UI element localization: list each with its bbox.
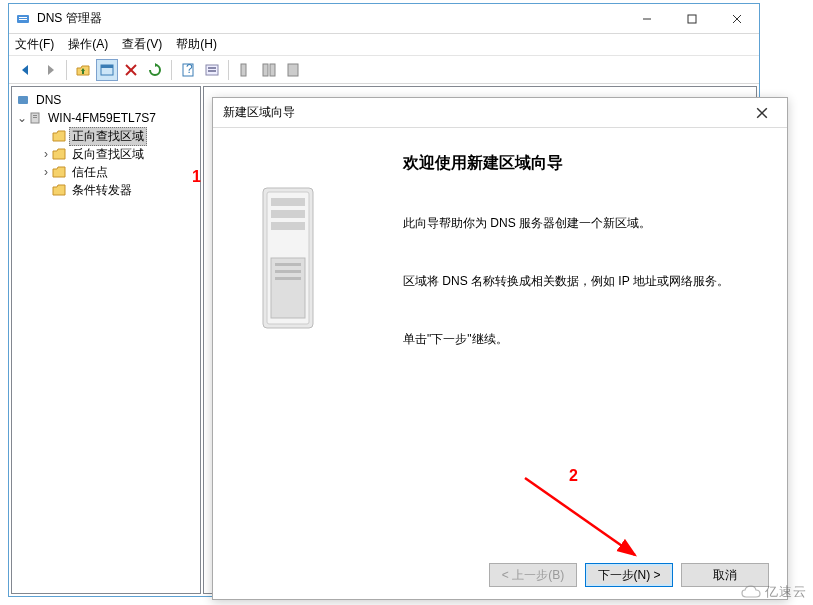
- wizard-graphic: [253, 148, 353, 539]
- tree-item-forwarder[interactable]: 条件转发器: [12, 181, 200, 199]
- tree-root[interactable]: DNS: [12, 91, 200, 109]
- annotation-arrow: [510, 470, 670, 580]
- wizard-body: 欢迎使用新建区域向导 此向导帮助你为 DNS 服务器创建一个新区域。 区域将 D…: [213, 128, 787, 549]
- window-controls: [624, 5, 759, 33]
- wizard-title: 新建区域向导: [223, 104, 747, 121]
- folder-icon: [52, 130, 66, 142]
- filter3-icon[interactable]: [282, 59, 304, 81]
- tree-panel[interactable]: DNS ⌄ WIN-4FM59ETL7S7 正向查找区域 › 反向查找区域 › …: [11, 86, 201, 594]
- menu-view[interactable]: 查看(V): [122, 36, 162, 53]
- menu-file[interactable]: 文件(F): [15, 36, 54, 53]
- svg-text:?: ?: [186, 62, 193, 76]
- back-icon[interactable]: [15, 59, 37, 81]
- titlebar: DNS 管理器: [9, 4, 759, 34]
- svg-rect-18: [270, 64, 275, 76]
- svg-line-35: [525, 478, 635, 555]
- svg-rect-28: [271, 198, 305, 206]
- refresh-icon[interactable]: [144, 59, 166, 81]
- filter2-icon[interactable]: [258, 59, 280, 81]
- new-zone-wizard-dialog: 新建区域向导 欢迎使用新建区域向导 此向导帮助你为 DNS 服务器创建一个新区域…: [212, 97, 788, 600]
- menu-action[interactable]: 操作(A): [68, 36, 108, 53]
- minimize-button[interactable]: [624, 5, 669, 33]
- menubar: 文件(F) 操作(A) 查看(V) 帮助(H): [9, 34, 759, 56]
- svg-rect-20: [18, 96, 28, 104]
- folder-icon: [52, 148, 66, 160]
- svg-rect-19: [288, 64, 298, 76]
- window-title: DNS 管理器: [37, 10, 624, 27]
- collapse-icon[interactable]: ⌄: [16, 111, 28, 125]
- svg-rect-30: [271, 222, 305, 230]
- watermark-text: 亿速云: [765, 584, 807, 599]
- help-icon[interactable]: ?: [177, 59, 199, 81]
- wizard-close-button[interactable]: [747, 101, 777, 125]
- up-folder-icon[interactable]: [72, 59, 94, 81]
- wizard-paragraph-3: 单击"下一步"继续。: [403, 330, 757, 348]
- svg-rect-15: [208, 70, 216, 72]
- filter1-icon[interactable]: [234, 59, 256, 81]
- svg-rect-32: [275, 263, 301, 266]
- tree-server-label: WIN-4FM59ETL7S7: [45, 110, 159, 126]
- tree-item-forward-label: 正向查找区域: [69, 127, 147, 146]
- svg-rect-22: [33, 115, 37, 116]
- annotation-1: 1: [192, 168, 201, 186]
- tree-server[interactable]: ⌄ WIN-4FM59ETL7S7: [12, 109, 200, 127]
- new-window-icon[interactable]: [96, 59, 118, 81]
- forward-icon[interactable]: [39, 59, 61, 81]
- properties-icon[interactable]: [201, 59, 223, 81]
- expand-icon[interactable]: ›: [40, 165, 52, 179]
- expand-icon[interactable]: ›: [40, 147, 52, 161]
- tree-item-forwarder-label: 条件转发器: [69, 181, 135, 200]
- svg-rect-1: [19, 17, 27, 18]
- svg-rect-2: [19, 19, 27, 20]
- dns-app-icon: [15, 11, 31, 27]
- dns-root-icon: [16, 93, 30, 107]
- server-icon: [28, 111, 42, 125]
- tree-root-label: DNS: [33, 92, 64, 108]
- svg-rect-4: [688, 15, 696, 23]
- wizard-heading: 欢迎使用新建区域向导: [403, 153, 757, 174]
- folder-icon: [52, 166, 66, 178]
- tree-item-reverse-label: 反向查找区域: [69, 145, 147, 164]
- tree-item-reverse[interactable]: › 反向查找区域: [12, 145, 200, 163]
- svg-rect-23: [33, 117, 37, 118]
- delete-icon[interactable]: [120, 59, 142, 81]
- svg-rect-8: [101, 65, 113, 68]
- menu-help[interactable]: 帮助(H): [176, 36, 217, 53]
- tree-item-trust[interactable]: › 信任点: [12, 163, 200, 181]
- svg-rect-34: [275, 277, 301, 280]
- svg-rect-16: [241, 64, 246, 76]
- wizard-titlebar: 新建区域向导: [213, 98, 787, 128]
- toolbar: ?: [9, 56, 759, 84]
- svg-rect-17: [263, 64, 268, 76]
- tree-item-forward[interactable]: 正向查找区域: [12, 127, 200, 145]
- watermark: 亿速云: [740, 583, 807, 601]
- svg-rect-29: [271, 210, 305, 218]
- svg-rect-14: [208, 67, 216, 69]
- folder-icon: [52, 184, 66, 196]
- svg-rect-31: [271, 258, 305, 318]
- wizard-paragraph-1: 此向导帮助你为 DNS 服务器创建一个新区域。: [403, 214, 757, 232]
- close-button[interactable]: [714, 5, 759, 33]
- tree-item-trust-label: 信任点: [69, 163, 111, 182]
- wizard-paragraph-2: 区域将 DNS 名称转换成相关数据，例如 IP 地址或网络服务。: [403, 272, 757, 290]
- maximize-button[interactable]: [669, 5, 714, 33]
- svg-rect-33: [275, 270, 301, 273]
